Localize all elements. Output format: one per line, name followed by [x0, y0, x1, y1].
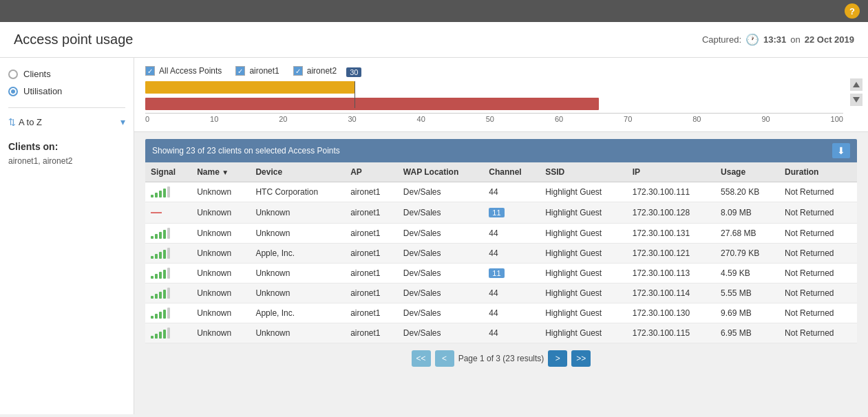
ap-cell: aironet1: [345, 224, 398, 244]
chart-scroll-down[interactable]: [850, 94, 862, 106]
usage-cell: 558.20 KB: [715, 182, 779, 202]
captured-info: Captured: 🕐 13:31 on 22 Oct 2019: [702, 33, 854, 46]
clients-on-section: Clients on: aironet1, aironet2: [8, 141, 125, 166]
duration-cell: Not Returned: [779, 284, 857, 303]
col-signal: Signal: [145, 162, 191, 182]
name-cell: Unknown: [191, 264, 250, 284]
ip-cell: 172.30.100.111: [627, 182, 715, 202]
clients-table: Signal Name ▼ Device AP WAP Location Cha…: [145, 162, 857, 343]
clock-icon: 🕐: [745, 33, 759, 46]
channel-cell: 44: [483, 182, 540, 202]
wap-cell: Dev/Sales: [398, 264, 484, 284]
wap-cell: Dev/Sales: [398, 323, 484, 343]
table-row[interactable]: UnknownUnknownaironet1Dev/Sales44Highlig…: [145, 284, 857, 303]
signal-cell: [145, 264, 191, 284]
col-name[interactable]: Name ▼: [191, 162, 250, 182]
next-page-button[interactable]: >: [548, 350, 567, 367]
ssid-cell: Highlight Guest: [540, 303, 627, 323]
ip-cell: 172.30.100.115: [627, 323, 715, 343]
sort-row[interactable]: ⇅ A to Z ▾: [8, 116, 125, 127]
radio-utilisation[interactable]: Utilisation: [8, 86, 125, 96]
ip-cell: 172.30.100.131: [627, 224, 715, 244]
ssid-cell: Highlight Guest: [540, 224, 627, 244]
signal-bars: [151, 228, 186, 239]
wap-cell: Dev/Sales: [398, 182, 484, 202]
page-title: Access point usage: [14, 32, 133, 47]
legend-ap2[interactable]: ✓ aironet2: [293, 66, 337, 76]
name-cell: Unknown: [191, 182, 250, 202]
radio-clients-circle: [8, 70, 18, 79]
first-page-button[interactable]: <<: [412, 350, 431, 367]
ip-cell: 172.30.100.121: [627, 244, 715, 264]
svg-marker-0: [853, 82, 860, 87]
signal-cell: [145, 182, 191, 202]
download-button[interactable]: ⬇: [832, 143, 850, 158]
sidebar-divider: [8, 107, 125, 108]
duration-cell: Not Returned: [779, 224, 857, 244]
content-area: ✓ All Access Points ✓ aironet1 ✓ aironet…: [134, 58, 868, 414]
col-device: Device: [250, 162, 345, 182]
ip-cell: 172.30.100.128: [627, 202, 715, 224]
signal-cell: [145, 224, 191, 244]
signal-bars: [151, 268, 186, 279]
last-page-button[interactable]: >>: [571, 350, 591, 367]
table-row[interactable]: UnknownHTC Corporationaironet1Dev/Sales4…: [145, 182, 857, 202]
radio-utilisation-label: Utilisation: [23, 86, 62, 96]
bar-row-ap2: [145, 98, 843, 110]
on-label: on: [790, 34, 800, 45]
col-duration: Duration: [779, 162, 857, 182]
chart-scroll-buttons: [850, 78, 862, 106]
name-cell: Unknown: [191, 303, 250, 323]
chart-scroll-up[interactable]: [850, 78, 862, 91]
marker-line: 30: [354, 81, 355, 108]
legend-all-ap[interactable]: ✓ All Access Points: [145, 66, 222, 76]
radio-clients[interactable]: Clients: [8, 69, 125, 79]
wap-cell: Dev/Sales: [398, 284, 484, 303]
legend-ap2-checkbox[interactable]: ✓: [293, 66, 303, 76]
legend-ap1-checkbox[interactable]: ✓: [235, 66, 245, 76]
name-cell: Unknown: [191, 323, 250, 343]
duration-cell: Not Returned: [779, 202, 857, 224]
table-row[interactable]: UnknownUnknownaironet1Dev/Sales44Highlig…: [145, 323, 857, 343]
duration-cell: Not Returned: [779, 244, 857, 264]
radio-group: Clients Utilisation: [8, 69, 125, 96]
sort-chevron-icon[interactable]: ▾: [120, 116, 125, 127]
wap-cell: Dev/Sales: [398, 303, 484, 323]
signal-bars: [151, 186, 186, 197]
usage-cell: 270.79 KB: [715, 244, 779, 264]
usage-cell: 8.09 MB: [715, 202, 779, 224]
col-usage: Usage: [715, 162, 779, 182]
legend-all-ap-checkbox[interactable]: ✓: [145, 66, 155, 76]
help-icon[interactable]: ?: [845, 3, 860, 19]
col-ap: AP: [345, 162, 398, 182]
signal-cell: [145, 323, 191, 343]
ssid-cell: Highlight Guest: [540, 323, 627, 343]
table-header-row: Signal Name ▼ Device AP WAP Location Cha…: [145, 162, 857, 182]
col-ssid: SSID: [540, 162, 627, 182]
usage-cell: 6.95 MB: [715, 323, 779, 343]
ssid-cell: Highlight Guest: [540, 244, 627, 264]
signal-cell: —: [145, 202, 191, 224]
table-row[interactable]: UnknownUnknownaironet1Dev/Sales11Highlig…: [145, 264, 857, 284]
ap-cell: aironet1: [345, 323, 398, 343]
channel-cell: 44: [483, 284, 540, 303]
radio-utilisation-circle: [8, 87, 18, 96]
table-row[interactable]: —UnknownUnknownaironet1Dev/Sales11Highli…: [145, 202, 857, 224]
bar-row-ap1: [145, 81, 843, 94]
pagination: << < Page 1 of 3 (23 results) > >>: [145, 343, 857, 371]
col-ip: IP: [627, 162, 715, 182]
legend-ap1[interactable]: ✓ aironet1: [235, 66, 279, 76]
signal-bars: [151, 288, 186, 299]
table-row[interactable]: UnknownApple, Inc.aironet1Dev/Sales44Hig…: [145, 303, 857, 323]
table-row[interactable]: UnknownApple, Inc.aironet1Dev/Sales44Hig…: [145, 244, 857, 264]
device-cell: Unknown: [250, 323, 345, 343]
bar-ap2: [145, 98, 599, 110]
chart-axis: 0 10 20 30 40 50 60 70 80 90 100: [145, 113, 843, 123]
top-bar: ?: [0, 0, 868, 22]
table-row[interactable]: UnknownUnknownaironet1Dev/Sales44Highlig…: [145, 224, 857, 244]
device-cell: Unknown: [250, 202, 345, 224]
sort-text: A to Z: [19, 117, 42, 127]
prev-page-button[interactable]: <: [435, 350, 454, 367]
chart-section: ✓ All Access Points ✓ aironet1 ✓ aironet…: [134, 58, 868, 132]
signal-bars: [151, 248, 186, 259]
